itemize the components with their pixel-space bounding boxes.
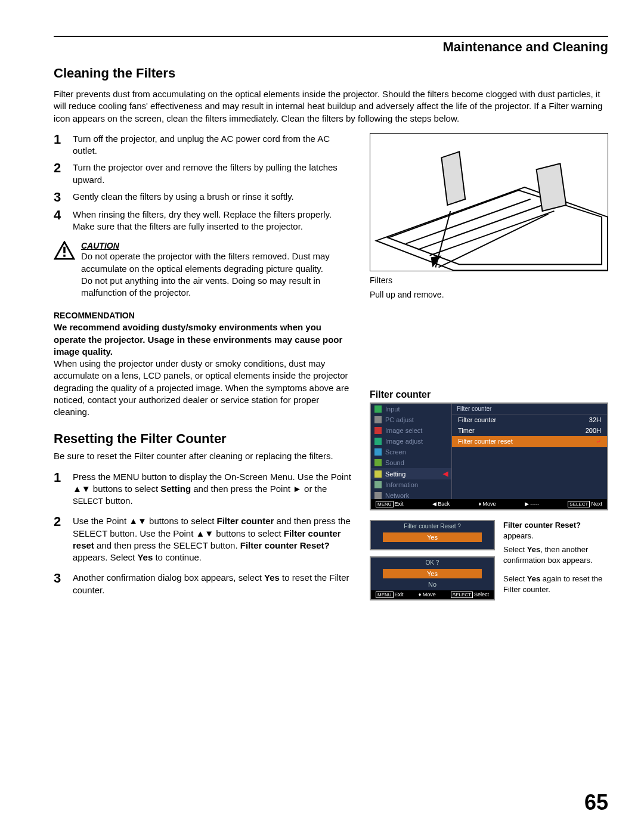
caution-text-2: Do not put anything into the air vents. … (81, 275, 352, 299)
step-number: 4 (54, 209, 66, 233)
osd-menu-screenshot: Input PC adjust Image select Image adjus… (370, 402, 608, 510)
recommendation-bold: We recommend avoiding dusty/smoky enviro… (54, 322, 342, 357)
dialog-footer: MENUExit ♦ Move SELECTSelect (371, 590, 494, 599)
illustration-caption-pull: Pull up and remove. (370, 289, 608, 300)
dialog-option-no: No (383, 580, 482, 589)
osd-left-menu: Input PC adjust Image select Image adjus… (371, 404, 452, 499)
osd-menu-screen: Screen (371, 447, 451, 457)
osd-row-filter-reset: Filter counter reset⤶ (452, 436, 607, 447)
section-reset-intro: Be sure to reset the Filter counter afte… (54, 450, 352, 462)
svg-marker-9 (537, 163, 566, 211)
step-1: 1 Turn off the projector, and unplug the… (54, 133, 352, 157)
step-text: Turn the projector over and remove the f… (73, 162, 352, 186)
dialog-ok-confirm: OK ? Yes No MENUExit ♦ Move SELECTSelect (370, 556, 495, 600)
recommendation-body: When using the projector under dusty or … (54, 358, 349, 417)
osd-menu-setting: Setting◀ (371, 468, 451, 479)
arrow-right-icon: ◀ (443, 470, 448, 478)
svg-marker-8 (441, 151, 465, 205)
recommendation-title: RECOMMENDATION (54, 311, 352, 320)
step-text: Another confirmation dialog box appears,… (73, 572, 352, 596)
page-number: 65 (584, 790, 608, 815)
illustration-caption-filters: Filters (370, 275, 608, 286)
dialog-side-text: Filter counter Reset? appears. Select Ye… (503, 520, 608, 594)
section-cleaning-title: Cleaning the Filters (54, 66, 608, 81)
caution-text-1: Do not operate the projector with the fi… (81, 250, 352, 275)
projector-illustration (370, 133, 608, 271)
intro-text: Filter prevents dust from accumulating o… (54, 88, 608, 125)
osd-menu-sound: Sound (371, 457, 451, 468)
osd-menu-pc-adjust: PC adjust (371, 414, 451, 425)
step-number: 1 (54, 133, 66, 157)
osd-menu-image-select: Image select (371, 425, 451, 436)
dialog-reset-confirm: Filter counter Reset ? Yes (370, 520, 495, 550)
step-4: 4 When rinsing the filters, dry they wel… (54, 209, 352, 233)
caution-title: CAUTION (81, 241, 352, 250)
reset-step-1: 1 Press the MENU button to display the O… (54, 471, 352, 507)
step-text: When rinsing the filters, dry they well.… (73, 209, 352, 233)
step-number: 1 (54, 471, 66, 507)
step-3: 3 Gently clean the filters by using a br… (54, 191, 352, 204)
step-number: 3 (54, 572, 66, 596)
osd-menu-image-adjust: Image adjust (371, 436, 451, 447)
step-text: Gently clean the filters by using a brus… (73, 191, 352, 204)
svg-rect-1 (63, 247, 66, 253)
step-number: 2 (54, 162, 66, 186)
header-title: Maintenance and Cleaning (54, 39, 608, 55)
osd-menu-input: Input (371, 404, 451, 414)
section-reset-title: Resetting the Filter Counter (54, 431, 352, 447)
step-text: Press the MENU button to display the On-… (73, 471, 352, 507)
step-number: 2 (54, 515, 66, 563)
dialog-option-yes: Yes (383, 569, 482, 578)
reset-step-3: 3 Another confirmation dialog box appear… (54, 572, 352, 596)
header-rule (54, 36, 608, 37)
step-number: 3 (54, 191, 66, 204)
dialog-option-yes: Yes (383, 532, 482, 542)
osd-menu-network: Network (371, 490, 451, 501)
osd-content: Filter counter Filter counter32H Timer20… (452, 404, 607, 499)
recommendation-text: We recommend avoiding dusty/smoky enviro… (54, 321, 352, 418)
svg-rect-2 (63, 255, 66, 257)
caution-block: CAUTION Do not operate the projector wit… (54, 241, 352, 299)
caution-icon (54, 241, 75, 299)
filter-counter-heading: Filter counter (370, 389, 608, 400)
osd-row-filter-counter: Filter counter32H (452, 414, 607, 425)
step-2: 2 Turn the projector over and remove the… (54, 162, 352, 186)
step-text: Use the Point ▲▼ buttons to select Filte… (73, 515, 352, 563)
osd-row-timer: Timer200H (452, 425, 607, 436)
reset-step-2: 2 Use the Point ▲▼ buttons to select Fil… (54, 515, 352, 563)
step-text: Turn off the projector, and unplug the A… (73, 133, 352, 157)
osd-menu-information: Information (371, 479, 451, 490)
osd-content-header: Filter counter (452, 404, 607, 414)
